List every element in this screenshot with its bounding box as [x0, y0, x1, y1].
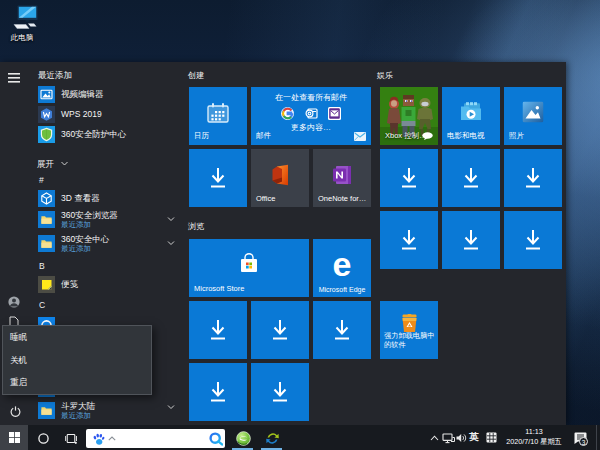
section-header-c[interactable]: C: [39, 300, 45, 310]
movies-tv-icon: [459, 102, 483, 122]
show-desktop-divider[interactable]: [596, 425, 597, 450]
app-label: 360安全中心: [61, 234, 109, 244]
expand-button[interactable]: 展开: [37, 153, 68, 163]
input-language-indicator[interactable]: 英: [469, 431, 479, 444]
chevron-down-icon[interactable]: [167, 215, 175, 223]
volume-icon[interactable]: [456, 433, 467, 443]
download-icon: [208, 381, 228, 403]
taskbar-search-input[interactable]: [86, 429, 225, 448]
tile-calendar[interactable]: 日历: [189, 87, 247, 145]
tile-group-play[interactable]: 娱乐: [377, 70, 393, 81]
tile-download[interactable]: [251, 301, 309, 359]
tile-download[interactable]: [189, 363, 247, 421]
tile-microsoft-edge[interactable]: e Microsoft Edge: [313, 239, 371, 297]
download-icon: [208, 167, 228, 189]
network-icon[interactable]: [442, 433, 455, 444]
tile-uninstaller[interactable]: 强力卸载电脑中 的软件: [380, 301, 438, 359]
sync-360-icon[interactable]: [265, 431, 280, 446]
tile-download[interactable]: [380, 211, 438, 269]
tile-xbox[interactable]: Xbox 控制…: [380, 87, 438, 145]
outlook-icon: [304, 107, 318, 120]
browser-360-icon[interactable]: [236, 431, 251, 446]
3d-viewer-icon: [38, 190, 55, 207]
mail-purple-icon: [328, 107, 341, 120]
tile-download[interactable]: [189, 301, 247, 359]
google-icon: [281, 107, 294, 120]
tile-download[interactable]: [189, 149, 247, 207]
tile-group-create[interactable]: 创建: [188, 70, 204, 81]
download-icon: [399, 167, 419, 189]
uninstaller-icon: [400, 314, 419, 332]
tile-onenote[interactable]: OneNote for…: [313, 149, 371, 207]
tile-label: 电影和电视: [447, 131, 485, 141]
search-caret-icon: [108, 436, 116, 441]
section-header-b[interactable]: B: [39, 261, 45, 271]
shield-icon: [38, 126, 55, 143]
tile-download[interactable]: [504, 211, 562, 269]
app-sublabel: 最近添加: [61, 220, 91, 230]
user-avatar-icon[interactable]: [8, 296, 20, 308]
chevron-down-icon[interactable]: [167, 239, 175, 247]
baidu-search-icon: [209, 432, 223, 446]
tile-label: OneNote for…: [318, 194, 366, 203]
download-icon: [461, 229, 481, 251]
tile-label-line2: 的软件: [384, 340, 434, 349]
tile-label: Microsoft Edge: [319, 286, 366, 293]
tile-group-browse[interactable]: 浏览: [188, 221, 204, 232]
envelope-icon: [354, 132, 366, 141]
tile-office[interactable]: Office: [251, 149, 309, 207]
clock-time: 11:13: [501, 427, 567, 437]
tile-label-line1: 强力卸载电脑中: [384, 331, 434, 340]
download-icon: [523, 229, 543, 251]
tile-download[interactable]: [442, 149, 500, 207]
app-folder-icon: [38, 235, 55, 252]
hamburger-menu-icon[interactable]: [8, 73, 20, 83]
tile-movies-tv[interactable]: 电影和电视: [442, 87, 500, 145]
task-view-icon[interactable]: [65, 433, 77, 444]
chevron-down-icon[interactable]: [167, 403, 175, 411]
menu-item-sleep[interactable]: 睡眠: [3, 326, 151, 349]
sticky-note-icon: [38, 276, 55, 293]
tile-mail[interactable]: 在一处查看所有邮件 更多内容… 邮件: [251, 87, 371, 145]
app-label: 斗罗大陆: [61, 401, 95, 411]
app-label: 360安全浏览器: [61, 210, 118, 220]
calendar-icon: [206, 102, 230, 124]
taskbar-clock[interactable]: 11:13 2020/7/10 星期五: [501, 427, 567, 446]
office-icon: [269, 164, 291, 186]
power-flyout-menu: 睡眠 关机 重启: [2, 325, 152, 395]
app-label: 便笺: [61, 276, 78, 293]
tile-download[interactable]: [313, 301, 371, 359]
tile-label: Microsoft Store: [194, 284, 244, 293]
tile-download[interactable]: [380, 149, 438, 207]
xbox-chat-icon: [422, 132, 433, 140]
chevron-down-icon: [61, 161, 68, 166]
app-folder-icon: [38, 211, 55, 228]
download-icon: [399, 229, 419, 251]
recent-added-header: 最近添加: [38, 70, 72, 82]
download-icon: [461, 167, 481, 189]
app-label: 360安全防护中心: [61, 126, 126, 143]
photos-icon: [523, 102, 544, 123]
tray-chevron-icon[interactable]: [430, 435, 439, 441]
tile-download[interactable]: [251, 363, 309, 421]
notification-badge: 3: [579, 437, 588, 446]
store-icon: [238, 253, 260, 275]
download-icon: [523, 167, 543, 189]
ime-grid-icon[interactable]: [486, 432, 497, 443]
clock-date: 2020/7/10 星期五: [501, 437, 567, 447]
tile-label: Xbox 控制…: [385, 131, 427, 141]
menu-item-shutdown[interactable]: 关机: [3, 349, 151, 372]
tile-download[interactable]: [504, 149, 562, 207]
app-folder-icon: [38, 402, 55, 419]
desktop-icon-this-pc[interactable]: 此电脑: [0, 5, 44, 43]
tile-download[interactable]: [442, 211, 500, 269]
tile-photos[interactable]: 照片: [504, 87, 562, 145]
tile-microsoft-store[interactable]: Microsoft Store: [189, 239, 309, 297]
start-button[interactable]: [0, 425, 28, 450]
menu-item-restart[interactable]: 重启: [3, 371, 151, 394]
power-icon[interactable]: [10, 406, 21, 417]
download-icon: [208, 319, 228, 341]
cortana-icon[interactable]: [38, 433, 49, 444]
section-header-hash[interactable]: #: [39, 175, 44, 185]
app-label: 视频编辑器: [61, 86, 104, 103]
